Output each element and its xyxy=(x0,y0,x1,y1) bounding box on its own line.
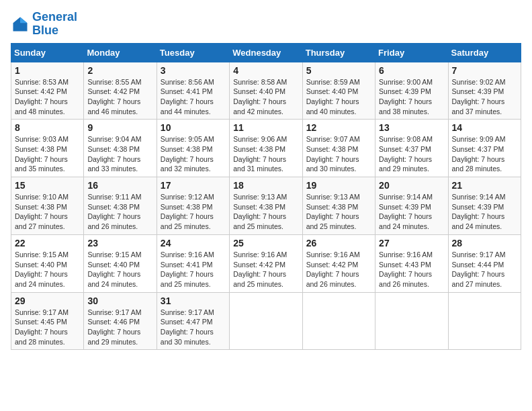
cell-info: Sunrise: 9:09 AM Sunset: 4:37 PM Dayligh… xyxy=(452,134,517,174)
calendar-cell xyxy=(375,292,448,350)
sunset: Sunset: 4:39 PM xyxy=(452,203,504,211)
sunrise: Sunrise: 9:02 AM xyxy=(452,78,506,86)
sunset: Sunset: 4:42 PM xyxy=(15,87,67,95)
cell-info: Sunrise: 9:17 AM Sunset: 4:46 PM Dayligh… xyxy=(87,308,152,347)
cell-info: Sunrise: 9:17 AM Sunset: 4:44 PM Dayligh… xyxy=(452,250,517,289)
calendar-cell: 12 Sunrise: 9:07 AM Sunset: 4:38 PM Dayl… xyxy=(302,120,375,177)
logo: General Blue xyxy=(11,11,77,38)
calendar-cell xyxy=(302,292,375,350)
cell-info: Sunrise: 9:16 AM Sunset: 4:41 PM Dayligh… xyxy=(161,250,226,289)
col-header-saturday: Saturday xyxy=(448,43,521,62)
cell-info: Sunrise: 8:56 AM Sunset: 4:41 PM Dayligh… xyxy=(161,77,226,117)
calendar-cell: 5 Sunrise: 8:59 AM Sunset: 4:40 PM Dayli… xyxy=(302,62,375,120)
day-number: 19 xyxy=(306,180,371,191)
calendar-cell: 7 Sunrise: 9:02 AM Sunset: 4:39 PM Dayli… xyxy=(448,62,521,120)
sunset: Sunset: 4:37 PM xyxy=(379,145,431,153)
calendar-cell: 11 Sunrise: 9:06 AM Sunset: 4:38 PM Dayl… xyxy=(230,120,302,177)
daylight: Daylight: 7 hours and 33 minutes. xyxy=(87,155,140,173)
day-number: 5 xyxy=(306,65,371,76)
calendar-cell: 21 Sunrise: 9:14 AM Sunset: 4:39 PM Dayl… xyxy=(448,177,521,235)
calendar-cell xyxy=(230,292,302,350)
day-number: 24 xyxy=(161,238,226,248)
sunset: Sunset: 4:41 PM xyxy=(161,87,213,95)
daylight: Daylight: 7 hours and 38 minutes. xyxy=(379,97,432,116)
sunrise: Sunrise: 9:16 AM xyxy=(379,250,433,259)
day-number: 4 xyxy=(233,65,298,76)
sunrise: Sunrise: 8:55 AM xyxy=(87,78,141,86)
calendar-cell: 6 Sunrise: 9:00 AM Sunset: 4:39 PM Dayli… xyxy=(375,62,448,120)
sunset: Sunset: 4:39 PM xyxy=(379,203,431,211)
sunset: Sunset: 4:38 PM xyxy=(306,145,359,153)
daylight: Daylight: 7 hours and 25 minutes. xyxy=(161,270,214,288)
day-number: 26 xyxy=(306,238,371,248)
sunset: Sunset: 4:38 PM xyxy=(87,145,140,153)
logo-icon xyxy=(11,15,30,34)
sunset: Sunset: 4:42 PM xyxy=(306,261,359,269)
sunrise: Sunrise: 9:16 AM xyxy=(233,250,287,259)
day-number: 17 xyxy=(161,180,226,191)
daylight: Daylight: 7 hours and 35 minutes. xyxy=(15,155,68,173)
day-number: 14 xyxy=(452,122,517,133)
daylight: Daylight: 7 hours and 24 minutes. xyxy=(379,212,432,230)
calendar-cell: 28 Sunrise: 9:17 AM Sunset: 4:44 PM Dayl… xyxy=(448,234,521,292)
calendar-cell: 3 Sunrise: 8:56 AM Sunset: 4:41 PM Dayli… xyxy=(157,62,229,120)
sunset: Sunset: 4:46 PM xyxy=(87,318,140,326)
sunset: Sunset: 4:38 PM xyxy=(233,203,285,211)
cell-info: Sunrise: 9:13 AM Sunset: 4:38 PM Dayligh… xyxy=(233,192,298,232)
col-header-wednesday: Wednesday xyxy=(230,43,302,62)
cell-info: Sunrise: 9:00 AM Sunset: 4:39 PM Dayligh… xyxy=(379,77,444,117)
sunset: Sunset: 4:42 PM xyxy=(87,87,140,95)
day-number: 18 xyxy=(233,180,298,191)
cell-info: Sunrise: 9:15 AM Sunset: 4:40 PM Dayligh… xyxy=(15,250,80,289)
cell-info: Sunrise: 9:16 AM Sunset: 4:43 PM Dayligh… xyxy=(379,250,444,289)
day-number: 29 xyxy=(15,295,80,306)
sunrise: Sunrise: 9:14 AM xyxy=(452,193,506,201)
sunset: Sunset: 4:40 PM xyxy=(306,87,359,95)
calendar-cell: 25 Sunrise: 9:16 AM Sunset: 4:42 PM Dayl… xyxy=(230,234,302,292)
cell-info: Sunrise: 9:13 AM Sunset: 4:38 PM Dayligh… xyxy=(306,192,371,232)
cell-info: Sunrise: 9:07 AM Sunset: 4:38 PM Dayligh… xyxy=(306,134,371,174)
sunset: Sunset: 4:38 PM xyxy=(15,145,67,153)
cell-info: Sunrise: 9:06 AM Sunset: 4:38 PM Dayligh… xyxy=(233,134,298,174)
sunrise: Sunrise: 9:17 AM xyxy=(452,250,506,259)
sunset: Sunset: 4:43 PM xyxy=(379,261,431,269)
daylight: Daylight: 7 hours and 46 minutes. xyxy=(87,97,140,116)
day-number: 31 xyxy=(161,295,226,306)
sunset: Sunset: 4:38 PM xyxy=(15,203,67,211)
calendar-cell: 15 Sunrise: 9:10 AM Sunset: 4:38 PM Dayl… xyxy=(11,177,84,235)
calendar-cell: 14 Sunrise: 9:09 AM Sunset: 4:37 PM Dayl… xyxy=(448,120,521,177)
calendar-cell: 9 Sunrise: 9:04 AM Sunset: 4:38 PM Dayli… xyxy=(84,120,157,177)
sunset: Sunset: 4:44 PM xyxy=(452,261,504,269)
sunset: Sunset: 4:38 PM xyxy=(161,203,213,211)
day-number: 22 xyxy=(15,238,80,248)
daylight: Daylight: 7 hours and 29 minutes. xyxy=(379,155,432,173)
cell-info: Sunrise: 9:16 AM Sunset: 4:42 PM Dayligh… xyxy=(233,250,298,289)
cell-info: Sunrise: 9:05 AM Sunset: 4:38 PM Dayligh… xyxy=(161,134,226,174)
sunset: Sunset: 4:40 PM xyxy=(233,87,285,95)
cell-info: Sunrise: 9:17 AM Sunset: 4:47 PM Dayligh… xyxy=(161,308,226,347)
sunrise: Sunrise: 9:17 AM xyxy=(15,308,69,316)
daylight: Daylight: 7 hours and 42 minutes. xyxy=(233,97,286,116)
sunset: Sunset: 4:45 PM xyxy=(15,318,67,326)
sunrise: Sunrise: 9:12 AM xyxy=(161,193,214,201)
calendar-cell: 27 Sunrise: 9:16 AM Sunset: 4:43 PM Dayl… xyxy=(375,234,448,292)
cell-info: Sunrise: 8:55 AM Sunset: 4:42 PM Dayligh… xyxy=(87,77,152,117)
sunrise: Sunrise: 9:09 AM xyxy=(452,135,506,143)
sunrise: Sunrise: 9:16 AM xyxy=(161,250,214,259)
logo-text: General Blue xyxy=(32,11,77,38)
sunrise: Sunrise: 9:15 AM xyxy=(15,250,69,259)
sunrise: Sunrise: 9:11 AM xyxy=(87,193,141,201)
daylight: Daylight: 7 hours and 25 minutes. xyxy=(233,270,286,288)
sunrise: Sunrise: 9:05 AM xyxy=(161,135,214,143)
sunset: Sunset: 4:47 PM xyxy=(161,318,213,326)
cell-info: Sunrise: 9:10 AM Sunset: 4:38 PM Dayligh… xyxy=(15,192,80,232)
sunrise: Sunrise: 9:14 AM xyxy=(379,193,433,201)
cell-info: Sunrise: 9:17 AM Sunset: 4:45 PM Dayligh… xyxy=(15,308,80,347)
daylight: Daylight: 7 hours and 37 minutes. xyxy=(452,97,505,116)
sunrise: Sunrise: 9:07 AM xyxy=(306,135,360,143)
sunrise: Sunrise: 9:03 AM xyxy=(15,135,69,143)
daylight: Daylight: 7 hours and 27 minutes. xyxy=(452,270,505,288)
sunset: Sunset: 4:38 PM xyxy=(233,145,285,153)
daylight: Daylight: 7 hours and 40 minutes. xyxy=(306,97,359,116)
sunrise: Sunrise: 9:10 AM xyxy=(15,193,69,201)
